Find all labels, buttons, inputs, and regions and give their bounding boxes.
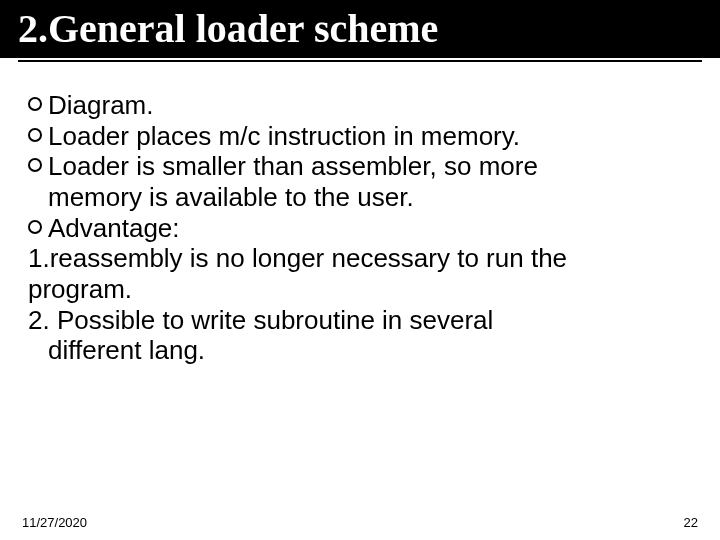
bullet-text: Loader is smaller than assembler, so mor…	[48, 151, 692, 182]
slide-content: Diagram. Loader places m/c instruction i…	[0, 62, 720, 366]
bullet-item: Loader is smaller than assembler, so mor…	[28, 151, 692, 182]
slide-footer: 11/27/2020 22	[0, 515, 720, 530]
footer-date: 11/27/2020	[22, 515, 87, 530]
bullet-text: Diagram.	[48, 90, 692, 121]
bullet-item: Advantage:	[28, 213, 692, 244]
numbered-line: program.	[28, 274, 692, 305]
circle-bullet-icon	[28, 97, 42, 111]
numbered-text: 2. Possible to write subroutine in sever…	[28, 305, 692, 336]
numbered-text: different lang.	[48, 335, 692, 366]
numbered-text: 1.reassembly is no longer necessary to r…	[28, 243, 692, 274]
bullet-continuation: memory is available to the user.	[28, 182, 692, 213]
bullet-item: Loader places m/c instruction in memory.	[28, 121, 692, 152]
bullet-text: Loader places m/c instruction in memory.	[48, 121, 692, 152]
bullet-text: Advantage:	[48, 213, 692, 244]
numbered-line: 1.reassembly is no longer necessary to r…	[28, 243, 692, 274]
bullet-text: memory is available to the user.	[48, 182, 692, 213]
title-band: 2.General loader scheme	[0, 0, 720, 58]
circle-bullet-icon	[28, 158, 42, 172]
circle-bullet-icon	[28, 220, 42, 234]
numbered-text: program.	[28, 274, 692, 305]
slide-title: 2.General loader scheme	[18, 8, 702, 50]
bullet-item: Diagram.	[28, 90, 692, 121]
numbered-line: 2. Possible to write subroutine in sever…	[28, 305, 692, 336]
footer-page-number: 22	[684, 515, 698, 530]
circle-bullet-icon	[28, 128, 42, 142]
numbered-continuation: different lang.	[28, 335, 692, 366]
